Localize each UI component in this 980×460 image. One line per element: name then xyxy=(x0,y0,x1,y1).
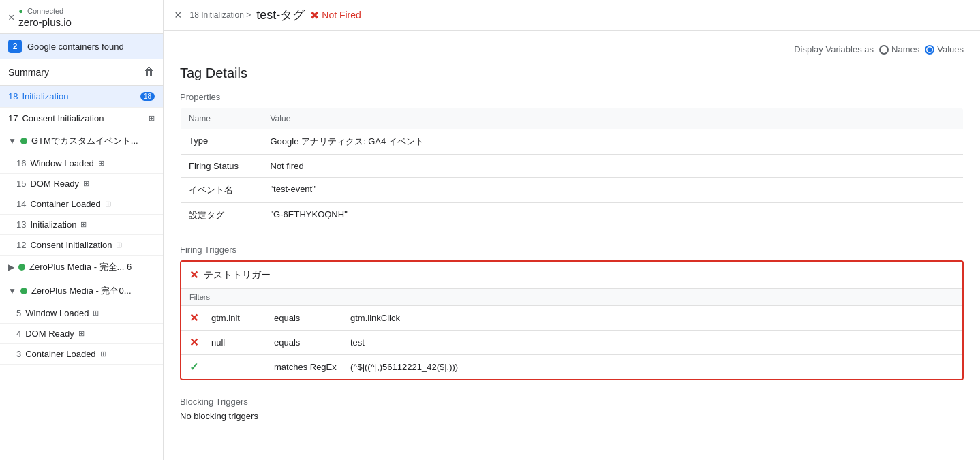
left-header: × ● Connected zero-plus.io xyxy=(0,0,163,34)
sub-item-consent12[interactable]: 12 Consent Initialization ⊞ xyxy=(0,235,163,256)
sub-item-dom4[interactable]: 4 DOM Ready ⊞ xyxy=(0,324,163,344)
prop-tag-name: 設定タグ xyxy=(181,203,262,228)
values-radio-label[interactable]: Values xyxy=(925,44,964,55)
filter-pass-icon-3: ✓ xyxy=(189,361,203,373)
sub-item-init13[interactable]: 13 Initialization ⊞ xyxy=(0,215,163,235)
filter-val-2: test xyxy=(350,337,954,348)
prop-type-value: Google アナリティクス: GA4 イベント xyxy=(262,129,964,155)
main-area: × 18 Initialization > test-タグ ✖ Not Fire… xyxy=(164,0,980,460)
trigger-box: ✕ テストトリガー Filters ✕ gtm.init equals gtm.… xyxy=(180,260,964,380)
col-header-name: Name xyxy=(181,108,262,129)
green-dot xyxy=(20,288,27,294)
summary-label: Summary xyxy=(8,67,49,78)
trigger-name: テストトリガー xyxy=(204,269,271,281)
names-radio-label[interactable]: Names xyxy=(879,44,919,55)
trigger-fail-icon: ✕ xyxy=(189,269,198,281)
table-row: Firing Status Not fired xyxy=(181,155,964,178)
containers-bar: 2 Google containers found xyxy=(0,34,163,59)
filter-op-1: equals xyxy=(274,313,342,323)
prop-event-value: "test-event" xyxy=(262,178,964,203)
connected-label: ● Connected xyxy=(18,7,72,15)
filter-row-1: ✕ gtm.init equals gtm.linkClick xyxy=(181,306,962,331)
sub-item-dom15[interactable]: 15 DOM Ready ⊞ xyxy=(0,174,163,194)
filter-row-2: ✕ null equals test xyxy=(181,331,962,355)
names-radio[interactable] xyxy=(879,45,889,55)
col-header-value: Value xyxy=(262,108,964,129)
display-vars-row: Display Variables as Names Values xyxy=(180,44,964,55)
values-radio[interactable] xyxy=(925,45,934,55)
sub-item-win16[interactable]: 16 Window Loaded ⊞ xyxy=(0,153,163,174)
close-detail-button[interactable]: × xyxy=(174,8,182,22)
filter-fail-icon-2: ✕ xyxy=(189,336,203,349)
prop-type-name: Type xyxy=(181,129,262,155)
prop-firing-name: Firing Status xyxy=(181,155,262,178)
display-vars-label: Display Variables as xyxy=(794,44,874,55)
summary-row: Summary 🗑 xyxy=(0,59,163,86)
not-fired-badge: ✖ Not Fired xyxy=(310,9,361,22)
green-dot xyxy=(18,264,25,271)
names-label: Names xyxy=(891,44,919,55)
site-name: zero-plus.io xyxy=(18,16,72,28)
sub-item-cont3[interactable]: 3 Container Loaded ⊞ xyxy=(0,344,163,365)
trash-icon[interactable]: 🗑 xyxy=(144,66,155,78)
not-fired-icon: ✖ xyxy=(310,9,319,22)
top-bar: × 18 Initialization > test-タグ ✖ Not Fire… xyxy=(164,0,980,31)
trigger-header: ✕ テストトリガー xyxy=(181,262,962,289)
filter-val-1: gtm.linkClick xyxy=(350,313,954,323)
close-panel-button[interactable]: × xyxy=(8,12,14,24)
filter-row-3: ✓ matches RegEx (^$|((^|,)56112221_42($|… xyxy=(181,355,962,379)
prop-firing-value: Not fired xyxy=(262,155,964,178)
filters-label: Filters xyxy=(181,289,962,306)
firing-triggers-title: Firing Triggers xyxy=(180,245,964,255)
blocking-triggers-title: Blocking Triggers xyxy=(180,397,964,407)
values-label: Values xyxy=(937,44,964,55)
table-row: 設定タグ "G-6ETHYKOQNH" xyxy=(181,203,964,228)
properties-table: Name Value Type Google アナリティクス: GA4 イベント… xyxy=(180,108,964,228)
table-row: イベント名 "test-event" xyxy=(181,178,964,203)
tag-details-title: Tag Details xyxy=(180,65,964,81)
table-row: Type Google アナリティクス: GA4 イベント xyxy=(181,129,964,155)
properties-section-title: Properties xyxy=(180,92,964,102)
filter-op-2: equals xyxy=(274,337,342,348)
green-dot xyxy=(20,138,27,144)
filter-fail-icon-1: ✕ xyxy=(189,311,203,324)
filter-val-3: (^$|((^|,)56112221_42($|,))) xyxy=(350,362,954,372)
left-panel: × ● Connected zero-plus.io 2 Google cont… xyxy=(0,0,164,460)
nav-item-zeroplus0[interactable]: ▼ ZeroPlus Media - 完全0... xyxy=(0,279,163,303)
containers-text: Google containers found xyxy=(27,42,124,52)
prop-tag-value: "G-6ETHYKOQNH" xyxy=(262,203,964,228)
sub-item-cont14[interactable]: 14 Container Loaded ⊞ xyxy=(0,194,163,215)
status-badge: Not Fired xyxy=(322,10,361,20)
nav-item-init18[interactable]: 18 Initialization 18 xyxy=(0,86,163,108)
content-area: Display Variables as Names Values Tag De… xyxy=(164,31,980,460)
sub-item-win5[interactable]: 5 Window Loaded ⊞ xyxy=(0,303,163,324)
filter-key-1: gtm.init xyxy=(211,313,266,323)
nav-item-zeroplus6[interactable]: ▶ ZeroPlus Media - 完全... 6 xyxy=(0,256,163,279)
filter-key-2: null xyxy=(211,337,266,348)
nav-item-gtm-custom[interactable]: ▼ GTMでカスタムイベント... xyxy=(0,129,163,153)
prop-event-name: イベント名 xyxy=(181,178,262,203)
filter-op-3: matches RegEx xyxy=(274,362,342,372)
breadcrumb: 18 Initialization > xyxy=(190,10,251,20)
containers-badge: 2 xyxy=(8,40,22,53)
no-blocking-text: No blocking triggers xyxy=(180,411,964,421)
page-title: test-タグ xyxy=(256,7,305,23)
nav-item-consent17[interactable]: 17 Consent Initialization ⊞ xyxy=(0,108,163,129)
